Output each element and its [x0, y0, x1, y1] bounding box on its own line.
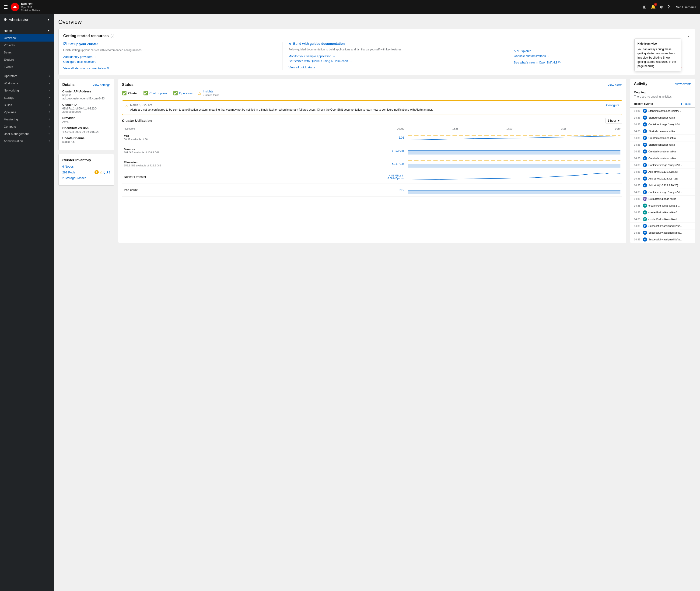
admin-switcher[interactable]: ⚙ Administrator ▼ — [0, 14, 54, 25]
status-card: Status View alerts ✅ Cluster ✅ Control p… — [118, 79, 626, 243]
grid-icon[interactable]: ⊞ — [643, 4, 646, 10]
sidebar-item-search[interactable]: Search — [0, 49, 54, 56]
table-row: Pod count 219 — [122, 184, 622, 197]
gs-link-monitor[interactable]: Monitor your sample application → — [288, 54, 502, 58]
gs-link-alert-receivers[interactable]: Configure alert receivers → — [63, 60, 277, 63]
col-time4: 14:30 — [568, 126, 622, 131]
external-link2-icon: ⧉ — [558, 60, 560, 64]
sidebar-item-monitoring[interactable]: Monitoring ? — [0, 116, 54, 123]
event-item[interactable]: 14:35PCreated container kafka› — [630, 155, 695, 162]
sidebar-item-user-management[interactable]: User Management ? — [0, 130, 54, 137]
sidebar-item-events[interactable]: Events — [0, 63, 54, 70]
admin-chevron-icon: ▼ — [47, 18, 50, 21]
event-item[interactable]: 14:35PAdd eth0 [10.129.4.90/23]› — [630, 182, 695, 189]
event-item[interactable]: 14:35PContainer image "quay.io/st...› — [630, 162, 695, 169]
sidebar-item-compute[interactable]: Compute ? — [0, 123, 54, 130]
inventory-nodes: 6 Nodes — [62, 165, 111, 168]
event-item[interactable]: 14:35PStarted container kafka› — [630, 141, 695, 148]
gs-view-all-docs[interactable]: View all steps in documentation ⧉ — [63, 66, 277, 70]
event-badge: P — [643, 122, 647, 127]
insights-link[interactable]: Insights — [203, 90, 219, 93]
event-text: Successfully assigned liz/ka... — [648, 224, 689, 227]
inventory-pods: 292 Pods 2 ⚠ 3 — [62, 170, 111, 174]
view-events-link[interactable]: View events — [675, 82, 691, 86]
ongoing-empty: There are no ongoing activites. — [634, 95, 691, 98]
workloads-chevron-icon: › — [49, 82, 50, 84]
kebab-menu-icon[interactable]: ⋮ — [686, 34, 690, 39]
event-chevron-icon: › — [691, 232, 691, 234]
event-item[interactable]: 14:35PSuccessfully assigned liz/ka...› — [630, 229, 695, 236]
network-chart — [408, 172, 620, 181]
event-badge: P — [643, 156, 647, 160]
event-item[interactable]: 14:35PSuccessfully assigned liz/ka...› — [630, 223, 695, 229]
sidebar-item-networking[interactable]: Networking › — [0, 87, 54, 94]
tooltip-text: You can always bring these getting start… — [637, 47, 678, 68]
event-item[interactable]: 14:35PCreated container kafka› — [630, 135, 695, 141]
event-chevron-icon: › — [691, 117, 691, 119]
cluster-utilization-section: Cluster Utilization 1 hour ▼ Resource Us… — [122, 118, 622, 197]
event-item[interactable]: 14:36PStopping container registry...› — [630, 108, 695, 114]
view-alerts-link[interactable]: View alerts — [608, 83, 622, 86]
notification-bell-icon[interactable]: 🔔3 — [650, 4, 656, 10]
sidebar-item-operators[interactable]: Operators › — [0, 72, 54, 80]
sidebar-item-builds[interactable]: Builds › — [0, 101, 54, 109]
event-item[interactable]: 14:35PStarted container kafka› — [630, 128, 695, 135]
plus-icon[interactable]: ⊕ — [660, 4, 663, 10]
getting-started-help-icon[interactable]: (?) — [111, 34, 115, 38]
event-chevron-icon: › — [691, 171, 691, 173]
sidebar-item-storage[interactable]: Storage › — [0, 94, 54, 101]
cpu-chart — [408, 133, 620, 142]
memory-chart-cell — [406, 144, 622, 157]
event-time: 14:35 — [634, 211, 641, 214]
event-text: Successfully assigned liz/ka... — [648, 231, 689, 234]
configure-link[interactable]: Configure — [606, 104, 619, 112]
pods-link[interactable]: 292 Pods — [62, 171, 75, 174]
event-item[interactable]: 14:35PContainer image "quay.io/st...› — [630, 189, 695, 196]
event-item[interactable]: 14:35PSuccessfully assigned liz/ka...› — [630, 236, 695, 243]
sidebar-item-home[interactable]: Home ▼ — [0, 27, 54, 34]
sidebar-item-workloads[interactable]: Workloads › — [0, 80, 54, 87]
pause-button[interactable]: ⏸ Pause — [680, 102, 691, 106]
pods-label: Pod count — [124, 188, 310, 192]
sidebar-item-overview[interactable]: Overview — [0, 34, 54, 42]
sidebar-item-explore[interactable]: Explore — [0, 56, 54, 63]
control-plane-link[interactable]: Control plane — [149, 91, 167, 95]
event-item[interactable]: 14:35SScreate Pod kafka-kafka-1 i...› — [630, 216, 695, 223]
event-item[interactable]: 14:35SScreate Pod kafka-kafka-0 ...› — [630, 209, 695, 216]
gs-link-quarkus[interactable]: Get started with Quarkus using a Helm ch… — [288, 59, 502, 63]
gs-view-all-quickstarts[interactable]: View all quick starts — [288, 66, 502, 69]
sidebar-item-pipelines[interactable]: Pipelines ? — [0, 109, 54, 116]
svg-rect-6 — [408, 164, 620, 168]
sidebar-item-administration[interactable]: Administration ? — [0, 137, 54, 145]
event-badge: P — [643, 109, 647, 113]
gs-link-identity[interactable]: Add identity providers → — [63, 55, 277, 59]
sidebar-item-projects[interactable]: Projects — [0, 42, 54, 49]
event-item[interactable]: 14:35SScreate Pod kafka-kafka-2 i...› — [630, 202, 695, 209]
event-item[interactable]: 14:35PAdd eth0 [10.130.4.18/23]› — [630, 169, 695, 175]
event-chevron-icon: › — [691, 225, 691, 227]
nodes-link[interactable]: 6 Nodes — [62, 165, 73, 168]
event-text: Stopping container registry... — [648, 110, 689, 112]
help-icon[interactable]: ? — [668, 5, 670, 10]
status-insights: ⚠ Insights 2 issues found — [198, 90, 219, 96]
time-selector[interactable]: 1 hour ▼ — [606, 118, 622, 124]
event-time: 14:35 — [634, 130, 641, 133]
event-item[interactable]: 14:35PAdd eth0 [10.128.4.67/23]› — [630, 175, 695, 182]
operators-link[interactable]: Operators — [179, 91, 193, 95]
event-item[interactable]: 14:35PContainer image "quay.io/st...› — [630, 121, 695, 128]
event-chevron-icon: › — [691, 123, 691, 126]
event-item[interactable]: 14:35PDBNo matching pods found› — [630, 196, 695, 202]
event-text: Created container kafka — [648, 157, 689, 160]
hamburger-menu[interactable]: ☰ — [4, 4, 8, 10]
event-badge: SS — [643, 210, 647, 214]
event-item[interactable]: 14:35PCreated container kafka› — [630, 148, 695, 155]
col-time1: 13:45 — [406, 126, 460, 131]
view-settings-link[interactable]: View settings — [93, 83, 111, 86]
event-badge: P — [643, 149, 647, 153]
storage-classes-link[interactable]: 2 StorageClasses — [62, 176, 86, 180]
event-text: create Pod kafka-kafka-0 ... — [648, 211, 689, 214]
ongoing-label: Ongoing — [634, 91, 691, 94]
detail-update-channel: Update Channel stable-4.5 — [62, 136, 111, 143]
event-item[interactable]: 14:36PStarted container kafka› — [630, 114, 695, 121]
table-row: Network transfer 4.83 MBps in 6.68 MBps … — [122, 171, 622, 184]
